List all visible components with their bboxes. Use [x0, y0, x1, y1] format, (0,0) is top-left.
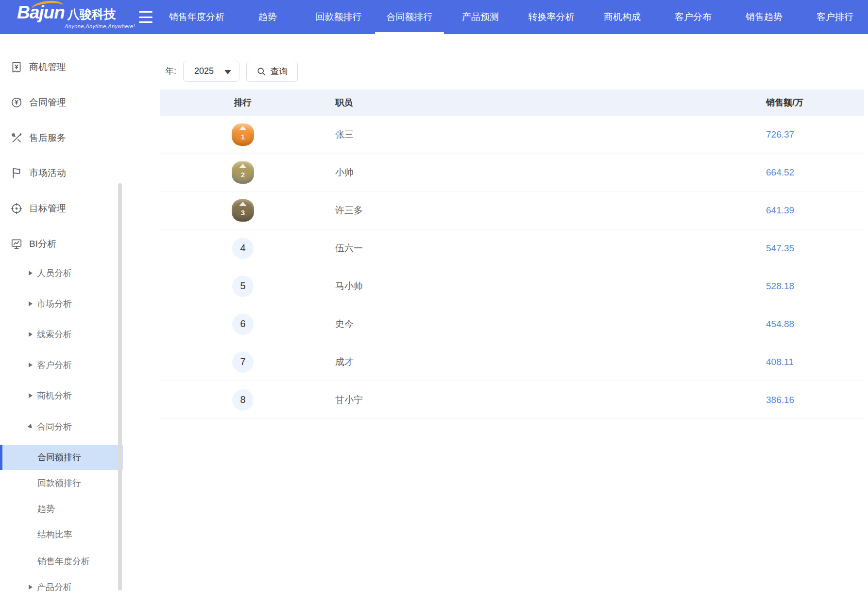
sidebar-item-customer-analysis[interactable]: 客户分析 — [0, 353, 123, 377]
sidebar-item-label: 产品分析 — [37, 581, 72, 593]
table-row: 1 张三 726.37 — [160, 116, 864, 154]
nav-tab-contract-amount-ranking[interactable]: 合同额排行 — [374, 0, 445, 34]
sidebar-item-opportunity-mgmt[interactable]: 商机管理 — [0, 55, 123, 79]
table-row: 7 成才 408.11 — [160, 343, 864, 381]
sidebar-item-market-analysis[interactable]: 市场分析 — [0, 292, 123, 316]
sidebar-item-label: 目标管理 — [29, 202, 66, 215]
brand-logo[interactable]: Bajun 八骏科技 Anyone,Anytime,Anywhere! — [17, 3, 129, 31]
year-select-value: 2025 — [194, 66, 214, 76]
sales-amount-link[interactable]: 528.18 — [766, 281, 864, 292]
column-header-rank: 排行 — [160, 97, 325, 108]
nav-tab-payment-amount-ranking[interactable]: 回款额排行 — [303, 0, 374, 34]
sales-amount-link[interactable]: 547.35 — [766, 243, 864, 254]
table-row: 3 许三多 641.39 — [160, 191, 864, 229]
sidebar-item-contract-mgmt[interactable]: 合同管理 — [0, 90, 123, 115]
column-header-employee: 职员 — [325, 97, 766, 108]
rank-cell: 6 — [160, 313, 325, 335]
sales-ranking-table: 排行 职员 销售额/万 1 张三 726.37 2 小帅 664.52 3 许三… — [160, 89, 864, 419]
sidebar-item-after-sales-service[interactable]: 售后服务 — [0, 126, 123, 150]
sidebar-item-annual-sales-analysis[interactable]: 销售年度分析 — [0, 549, 123, 574]
top-nav-tabs: 销售年度分析趋势回款额排行合同额排行产品预测转换率分析商机构成客户分布销售趋势客… — [161, 0, 868, 34]
sidebar-scrollbar[interactable] — [118, 183, 122, 591]
rank-cell: 4 — [160, 238, 325, 259]
chevron-right-icon — [29, 271, 33, 276]
bi-icon — [10, 238, 23, 250]
employee-name: 伍六一 — [325, 242, 766, 255]
nav-tab-annual-sales-analysis[interactable]: 销售年度分析 — [161, 0, 232, 34]
table-header: 排行 职员 销售额/万 — [160, 89, 864, 116]
sidebar-item-target-mgmt[interactable]: 目标管理 — [0, 196, 123, 221]
sidebar-item-label: 合同分析 — [37, 421, 72, 433]
sidebar-item-personnel-analysis[interactable]: 人员分析 — [0, 261, 123, 285]
sales-amount-link[interactable]: 408.11 — [766, 357, 864, 367]
rank-medal-2-icon: 2 — [232, 161, 254, 184]
sidebar-item-lead-analysis[interactable]: 线索分析 — [0, 322, 123, 347]
sidebar-item-contract-amount-ranking[interactable]: 合同额排行 — [0, 445, 123, 470]
sales-amount-link[interactable]: 726.37 — [766, 129, 864, 140]
nav-tab-product-forecast[interactable]: 产品预测 — [445, 0, 516, 34]
employee-name: 成才 — [325, 356, 766, 368]
sidebar-item-label: 市场活动 — [29, 167, 66, 179]
table-row: 2 小帅 664.52 — [160, 154, 864, 191]
sidebar-item-product-analysis[interactable]: 产品分析 — [0, 575, 123, 599]
nav-tab-trend[interactable]: 趋势 — [232, 0, 303, 34]
year-select[interactable]: 2025 — [183, 61, 239, 82]
rank-number: 8 — [232, 389, 254, 411]
sidebar-item-opportunity-analysis[interactable]: 商机分析 — [0, 383, 123, 408]
sidebar-item-bi-analysis[interactable]: BI分析 — [0, 232, 123, 256]
sidebar-item-payment-amount-ranking[interactable]: 回款额排行 — [0, 471, 123, 495]
sidebar-item-label: 合同管理 — [29, 96, 66, 109]
menu-icon[interactable] — [139, 11, 153, 23]
chevron-expanded-icon — [28, 424, 34, 430]
nav-tab-customer-distribution[interactable]: 客户分布 — [658, 0, 729, 34]
nav-tab-label: 合同额排行 — [387, 12, 433, 22]
employee-name: 张三 — [325, 128, 766, 141]
sidebar-item-contract-analysis[interactable]: 合同分析 — [0, 415, 123, 439]
table-body: 1 张三 726.37 2 小帅 664.52 3 许三多 641.39 4 伍… — [160, 116, 864, 419]
nav-tab-label: 商机构成 — [604, 12, 641, 22]
nav-tab-opportunity-composition[interactable]: 商机构成 — [587, 0, 658, 34]
sales-amount-link[interactable]: 386.16 — [766, 395, 864, 405]
sidebar-item-label: 合同额排行 — [37, 452, 81, 463]
nav-tab-label: 销售年度分析 — [169, 12, 224, 22]
chevron-right-icon — [29, 393, 33, 398]
nav-tab-sales-trend[interactable]: 销售趋势 — [729, 0, 800, 34]
top-navbar: Bajun 八骏科技 Anyone,Anytime,Anywhere! 销售年度… — [0, 0, 868, 34]
nav-tab-customer-ranking[interactable]: 客户排行 — [800, 0, 868, 34]
sidebar-item-label: BI分析 — [29, 238, 56, 250]
rank-medal-3-icon: 3 — [232, 199, 254, 222]
rank-cell: 2 — [160, 161, 325, 184]
sidebar-item-label: 市场分析 — [37, 298, 72, 310]
chevron-right-icon — [29, 585, 33, 590]
sidebar-item-label: 结构比率 — [37, 529, 72, 540]
query-button[interactable]: 查询 — [246, 61, 298, 82]
sales-amount-link[interactable]: 641.39 — [766, 205, 864, 216]
column-header-sales-amount: 销售额/万 — [766, 97, 864, 108]
chevron-down-icon — [224, 70, 231, 74]
sidebar-item-label: 商机分析 — [37, 390, 72, 401]
rank-cell: 8 — [160, 389, 325, 411]
target-icon — [10, 202, 23, 215]
table-row: 8 甘小宁 386.16 — [160, 381, 864, 419]
sales-amount-link[interactable]: 454.88 — [766, 319, 864, 330]
main-content: 年: 2025 查询 排行 职员 销售额/万 1 张三 726.37 2 小帅 — [123, 34, 868, 609]
chevron-right-icon — [29, 363, 33, 367]
nav-tab-label: 回款额排行 — [316, 12, 362, 22]
chevron-right-icon — [29, 301, 33, 306]
sales-amount-link[interactable]: 664.52 — [766, 167, 864, 178]
rank-number: 5 — [232, 276, 254, 297]
brand-name: Bajun — [17, 3, 65, 22]
sidebar-item-market-campaign[interactable]: 市场活动 — [0, 161, 123, 185]
nav-tab-label: 销售趋势 — [746, 12, 783, 22]
brand-tagline: Anyone,Anytime,Anywhere! — [65, 23, 135, 29]
sidebar-item-trend[interactable]: 趋势 — [0, 497, 123, 521]
sidebar-item-label: 线索分析 — [37, 329, 72, 340]
nav-tab-label: 趋势 — [258, 12, 277, 22]
nav-tab-label: 客户排行 — [817, 12, 853, 22]
table-row: 5 马小帅 528.18 — [160, 267, 864, 305]
year-label: 年: — [165, 65, 176, 77]
nav-tab-conversion-rate-analysis[interactable]: 转换率分析 — [516, 0, 587, 34]
rank-medal-1-icon: 1 — [232, 123, 254, 146]
app-root: 访问管理 商机管理 合同管理 售后服务 市场活动 目标管理 BI分析 人员分析 … — [0, 0, 868, 609]
sidebar-item-structure-ratio[interactable]: 结构比率 — [0, 522, 123, 547]
